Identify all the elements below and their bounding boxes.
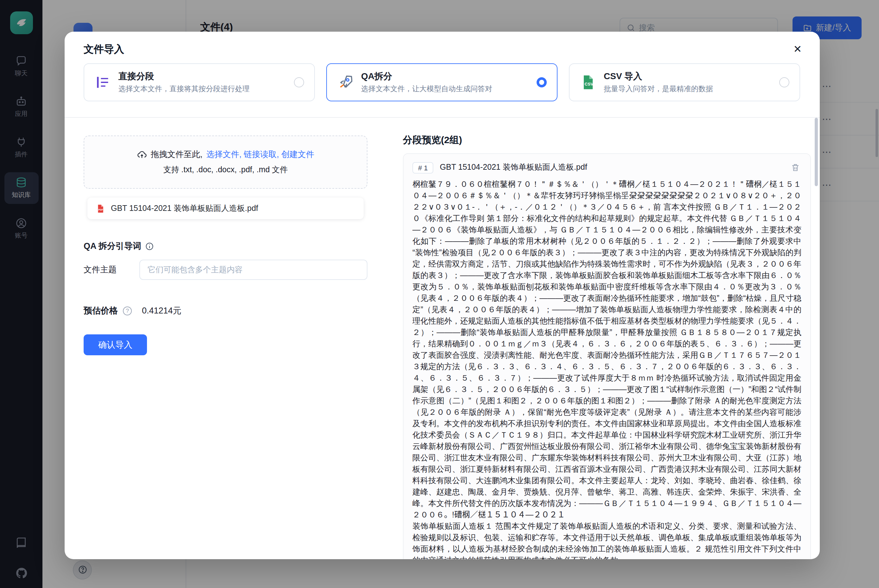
mode-desc: 选择文本文件，直接将其按分段进行处理 — [119, 84, 286, 94]
cloud-upload-icon — [137, 150, 147, 160]
topic-label: 文件主题 — [84, 264, 120, 276]
info-icon[interactable] — [145, 242, 154, 251]
mode-title: CSV 导入 — [604, 71, 772, 82]
chunk-header: # 1 GBT 15104-2021 装饰单板贴面人造板.pdf — [404, 154, 810, 177]
radio-unselected[interactable] — [779, 77, 789, 87]
pdf-file-icon: PDF — [96, 204, 105, 213]
mode-desc: 选择文本文件，让大模型自动生成问答对 — [361, 84, 529, 94]
svg-text:CSV: CSV — [585, 82, 594, 87]
topic-input[interactable] — [140, 260, 367, 280]
chunk-paragraph: 装饰单板贴面人造板１ 范围本文件规定了装饰单板贴面人造板的术语和定义、分类、要求… — [412, 520, 801, 559]
radio-unselected[interactable] — [294, 77, 304, 87]
rocket-icon — [337, 74, 353, 90]
csv-file-icon: CSV — [580, 74, 596, 90]
chunk-index-badge: # 1 — [412, 162, 434, 173]
price-row: 预估价格 ? 0.41214元 — [84, 305, 182, 316]
mode-card-qa-split[interactable]: QA拆分 选择文本文件，让大模型自动生成问答对 — [326, 63, 557, 101]
qa-prompt-label: QA 拆分引导词 — [84, 241, 141, 252]
app-root: 聊天 应用 — [0, 0, 879, 588]
segment-text-icon — [95, 74, 111, 90]
chunk-paragraph: 㭎楦鼜７９．０６０楦楦鼜㭎７０！＂＃＄％＆＇（）＇＊𥕢㭎／㮸１５１０４—２０２１… — [412, 178, 801, 520]
preview-heading: 分段预览(2组) — [403, 134, 462, 146]
price-label: 预估价格 — [84, 305, 118, 316]
modal-scrollbar[interactable] — [815, 118, 818, 186]
confirm-import-button[interactable]: 确认导入 — [84, 334, 147, 355]
topic-row: 文件主题 — [84, 260, 367, 280]
mode-title: 直接分段 — [119, 71, 286, 82]
file-dropzone[interactable]: 拖拽文件至此, 选择文件, 链接读取, 创建文件 支持 .txt, .doc, … — [84, 135, 367, 189]
divider — [65, 117, 820, 118]
trash-icon[interactable] — [789, 162, 801, 174]
chunk-text: 㭎楦鼜７９．０６０楦楦鼜㭎７０！＂＃＄％＆＇（）＇＊𥕢㭎／㮸１５１０４—２０２１… — [404, 177, 810, 559]
file-import-modal: 文件导入 ✕ 直接分段 选择文本文件，直接将其按分段进行处理 — [65, 32, 820, 559]
preview-chunk-card: # 1 GBT 15104-2021 装饰单板贴面人造板.pdf 㭎楦鼜７９．０… — [403, 153, 811, 559]
mode-title: QA拆分 — [361, 71, 529, 82]
dropzone-text: 拖拽文件至此, — [151, 149, 203, 160]
radio-selected[interactable] — [536, 77, 547, 87]
help-icon[interactable]: ? — [123, 306, 132, 315]
dropzone-links[interactable]: 选择文件, 链接读取, 创建文件 — [206, 149, 314, 160]
close-icon[interactable]: ✕ — [789, 40, 806, 57]
uploaded-file-name: GBT 15104-2021 装饰单板贴面人造板.pdf — [111, 203, 258, 214]
price-value: 0.41214元 — [142, 305, 182, 316]
svg-text:PDF: PDF — [99, 208, 103, 211]
qa-prompt-section: QA 拆分引导词 — [84, 241, 154, 252]
dropzone-support-text: 支持 .txt, .doc, .docx, .pdf, .md 文件 — [163, 165, 288, 176]
uploaded-file-item[interactable]: PDF GBT 15104-2021 装饰单板贴面人造板.pdf — [87, 198, 364, 219]
modal-title: 文件导入 — [84, 43, 124, 56]
mode-card-direct-segment[interactable]: 直接分段 选择文本文件，直接将其按分段进行处理 — [84, 63, 315, 101]
mode-card-csv-import[interactable]: CSV CSV 导入 批量导入问答对，是最精准的数据 — [569, 63, 800, 101]
chunk-title: GBT 15104-2021 装饰单板贴面人造板.pdf — [440, 162, 783, 173]
mode-desc: 批量导入问答对，是最精准的数据 — [604, 84, 772, 94]
